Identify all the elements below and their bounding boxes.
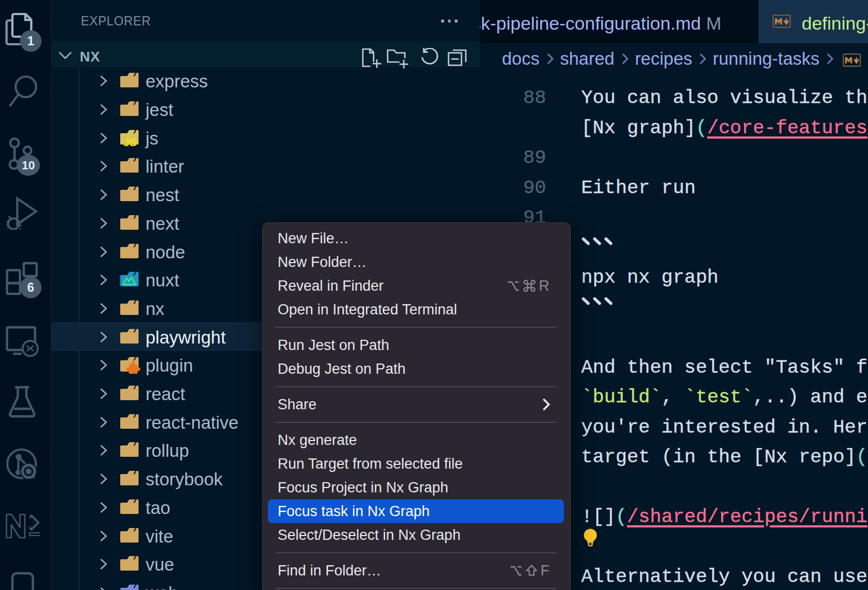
svg-text:JS: JS [123,136,136,146]
